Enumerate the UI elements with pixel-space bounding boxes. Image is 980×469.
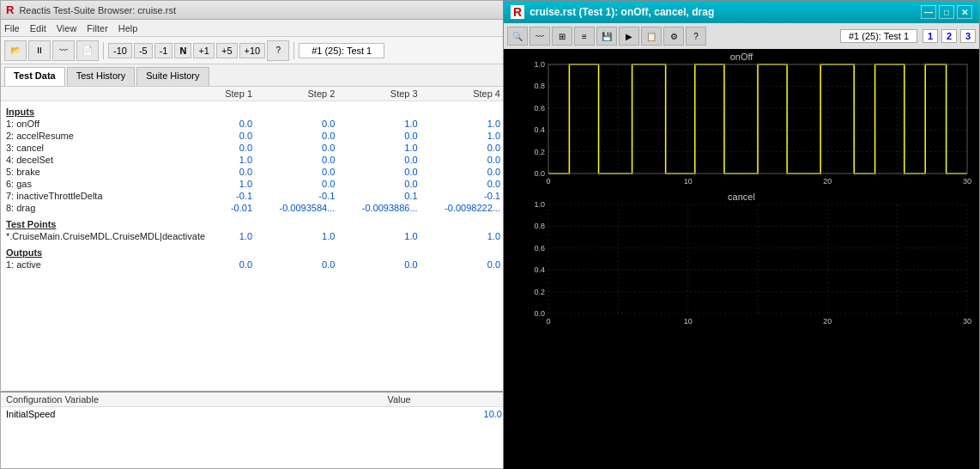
sep1 xyxy=(103,42,104,59)
menu-view[interactable]: View xyxy=(57,23,77,34)
row-value-step2: 0.0 xyxy=(257,154,340,166)
menu-bar: File Edit View Filter Help xyxy=(1,20,505,37)
search-button[interactable]: 🔍 xyxy=(507,27,528,46)
table-row: 1: onOff0.00.01.01.0 xyxy=(1,118,505,130)
left-window: R Reactis Test-Suite Browser: cruise.rst… xyxy=(0,0,506,469)
pause-button[interactable]: ⏸ xyxy=(28,40,51,61)
row-value-step4: -0.1 xyxy=(423,190,505,202)
help-button[interactable]: ? xyxy=(267,40,289,61)
row-value-step4: 1.0 xyxy=(423,130,505,142)
help-rt-button[interactable]: ? xyxy=(686,27,706,46)
step-plus5[interactable]: +5 xyxy=(216,43,238,58)
row-label: *.CruiseMain.CruiseMDL.CruiseMDL|deactiv… xyxy=(1,230,210,242)
step-plus10[interactable]: +10 xyxy=(239,43,266,58)
reactis-logo: R xyxy=(6,3,14,16)
row-value-step2: 0.0 xyxy=(257,178,340,190)
menu-file[interactable]: File xyxy=(4,23,20,34)
charts-area xyxy=(504,49,979,469)
new-button[interactable]: 📄 xyxy=(76,40,99,61)
row-value-step4: 1.0 xyxy=(423,118,505,130)
row-value-step1: 0.0 xyxy=(210,142,257,154)
play-button[interactable]: ▶ xyxy=(619,27,639,46)
col-step4: Step 4 xyxy=(423,87,505,101)
row-value-step3: 1.0 xyxy=(340,230,422,242)
waveform-button[interactable]: 〰 xyxy=(52,40,75,61)
test-label: #1 (25): Test 1 xyxy=(299,43,384,58)
right-window: R cruise.rst (Test 1): onOff, cancel, dr… xyxy=(503,0,980,469)
row-value-step4: 0.0 xyxy=(423,142,505,154)
config-row: InitialSpeed10.0 xyxy=(1,407,507,422)
row-value-step1: -0.1 xyxy=(210,190,257,202)
lines-button[interactable]: ≡ xyxy=(574,27,595,46)
table-row: 2: accelResume0.00.00.01.0 xyxy=(1,130,505,142)
row-value-step3: 1.0 xyxy=(340,118,422,130)
save-rt-button[interactable]: 💾 xyxy=(596,27,617,46)
row-value-step1: -0.01 xyxy=(210,202,257,214)
row-value-step3: 0.0 xyxy=(340,259,422,271)
page-btn-3[interactable]: 3 xyxy=(960,29,976,43)
config-val-header: Value xyxy=(382,393,507,407)
col-step2: Step 2 xyxy=(257,87,340,101)
grid-button[interactable]: ⊞ xyxy=(552,27,572,46)
data-area[interactable]: Step 1 Step 2 Step 3 Step 4 Inputs1: onO… xyxy=(1,87,505,393)
step-minus10[interactable]: -10 xyxy=(108,43,132,58)
step-plus1[interactable]: +1 xyxy=(193,43,215,58)
row-value-step1: 1.0 xyxy=(210,154,257,166)
step-minus5[interactable]: -5 xyxy=(134,43,153,58)
settings-button[interactable]: ⚙ xyxy=(663,27,684,46)
table-row: 4: decelSet1.00.00.00.0 xyxy=(1,154,505,166)
table-row: 1: active0.00.00.00.0 xyxy=(1,259,505,271)
row-value-step3: -0.0093886... xyxy=(340,202,422,214)
left-toolbar: 📂 ⏸ 〰 📄 -10 -5 -1 N +1 +5 +10 ? #1 (25):… xyxy=(1,37,505,64)
row-value-step4: 1.0 xyxy=(423,230,505,242)
left-window-title: Reactis Test-Suite Browser: cruise.rst xyxy=(19,5,176,15)
page-btn-1[interactable]: 1 xyxy=(923,29,938,43)
menu-edit[interactable]: Edit xyxy=(30,23,46,34)
config-var-value: 10.0 xyxy=(382,407,507,422)
col-step3: Step 3 xyxy=(340,87,422,101)
waveform-rt-button[interactable]: 〰 xyxy=(529,27,550,46)
tab-test-history[interactable]: Test History xyxy=(67,67,135,86)
maximize-button[interactable]: □ xyxy=(939,5,954,19)
right-title-bar: R cruise.rst (Test 1): onOff, cancel, dr… xyxy=(504,1,979,23)
menu-filter[interactable]: Filter xyxy=(87,23,107,34)
row-value-step1: 0.0 xyxy=(210,130,257,142)
row-value-step1: 0.0 xyxy=(210,118,257,130)
row-value-step4: -0.0098222... xyxy=(423,202,505,214)
col-label xyxy=(1,87,210,101)
table-row: 6: gas1.00.00.00.0 xyxy=(1,178,505,190)
step-minus1[interactable]: -1 xyxy=(154,43,173,58)
menu-help[interactable]: Help xyxy=(118,23,138,34)
left-title-bar: R Reactis Test-Suite Browser: cruise.rst xyxy=(1,1,505,20)
row-value-step4: 0.0 xyxy=(423,166,505,178)
step-n[interactable]: N xyxy=(174,43,191,58)
tab-test-data[interactable]: Test Data xyxy=(4,67,65,86)
row-value-step3: 1.0 xyxy=(340,142,422,154)
row-label: 2: accelResume xyxy=(1,130,210,142)
table-row: 5: brake0.00.00.00.0 xyxy=(1,166,505,178)
row-value-step2: 0.0 xyxy=(257,118,340,130)
tabs-bar: Test Data Test History Suite History xyxy=(1,64,505,87)
table-row: 7: inactiveThrottleDelta-0.1-0.10.1-0.1 xyxy=(1,190,505,202)
copy-button[interactable]: 📋 xyxy=(641,27,662,46)
open-button[interactable]: 📂 xyxy=(4,40,27,61)
config-var-header: Configuration Variable xyxy=(1,393,382,407)
tab-suite-history[interactable]: Suite History xyxy=(136,67,209,86)
minimize-button[interactable]: — xyxy=(921,5,936,19)
table-row: 8: drag-0.01-0.0093584...-0.0093886...-0… xyxy=(1,202,505,214)
right-window-title: cruise.rst (Test 1): onOff, cancel, drag xyxy=(529,6,714,18)
page-btn-2[interactable]: 2 xyxy=(941,29,957,43)
row-value-step2: -0.1 xyxy=(257,190,340,202)
row-value-step4: 0.0 xyxy=(423,178,505,190)
right-reactis-logo: R xyxy=(511,5,524,19)
sep2 xyxy=(293,42,294,59)
row-value-step1: 1.0 xyxy=(210,230,257,242)
section-test-points: Test Points xyxy=(1,214,505,230)
close-button[interactable]: ✕ xyxy=(957,5,972,19)
row-value-step3: 0.0 xyxy=(340,130,422,142)
row-value-step3: 0.0 xyxy=(340,154,422,166)
row-label: 3: cancel xyxy=(1,142,210,154)
config-var-name: InitialSpeed xyxy=(1,407,382,422)
row-value-step2: 0.0 xyxy=(257,259,340,271)
row-label: 1: onOff xyxy=(1,118,210,130)
